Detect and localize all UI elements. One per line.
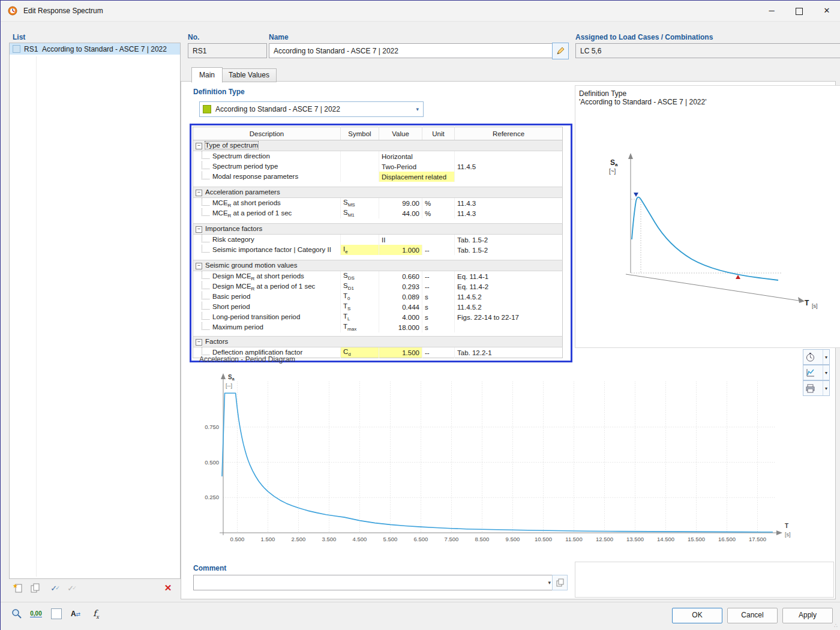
copy-icon (555, 578, 565, 587)
collapse-icon[interactable]: − (196, 226, 202, 233)
svg-text:[s]: [s] (785, 532, 791, 538)
preview-x-label: T (805, 299, 809, 307)
comment-label: Comment (193, 564, 226, 572)
minimize-button[interactable]: ─ (758, 1, 785, 20)
print-options-button[interactable]: ▾ (803, 380, 830, 396)
param-symbol-cell: SD1 (341, 281, 379, 292)
decimal-places-button[interactable]: 0,00 (28, 606, 44, 622)
param-row: Spectrum directionHorizontal (193, 151, 563, 162)
dropdown-arrow-icon[interactable]: ▾ (823, 365, 829, 380)
param-desc-cell: Modal response parameters (193, 172, 341, 182)
dropdown-arrow-icon[interactable]: ▾ (823, 381, 829, 395)
param-desc-cell: Seismic importance factor | Category II (193, 245, 341, 255)
param-value-cell[interactable]: 18.000 (379, 322, 422, 332)
param-value-cell[interactable]: 1.000 (379, 245, 422, 255)
svg-text:15.500: 15.500 (688, 536, 705, 542)
param-value-cell[interactable]: 0.293 (379, 281, 422, 292)
param-value-cell[interactable]: II (379, 235, 455, 245)
param-group-row[interactable]: −Importance factors (193, 224, 563, 235)
apply-button[interactable]: Apply (782, 608, 833, 623)
tree-connector (202, 198, 209, 206)
collapse-icon[interactable]: − (196, 339, 202, 346)
parameter-table: Description Symbol Value Unit Reference … (193, 127, 563, 358)
param-group-row[interactable]: −Type of spectrum (193, 140, 563, 151)
magnifier-icon (11, 608, 22, 619)
param-value-cell[interactable]: Displacement related (379, 172, 455, 182)
param-group-row[interactable]: −Factors (193, 337, 563, 347)
svg-text:[--]: [--] (226, 383, 232, 389)
param-unit-cell: -- (422, 281, 455, 292)
param-value-cell[interactable]: 4.000 (379, 312, 422, 322)
close-button[interactable]: ✕ (813, 1, 840, 20)
list-item[interactable]: RS1According to Standard - ASCE 7 | 2022 (10, 43, 180, 55)
preview-x-axis (626, 274, 799, 301)
details-button[interactable] (9, 606, 25, 622)
param-desc-cell: MCER at short periods (193, 198, 341, 209)
main-tab-page: Definition Type According to Standard - … (181, 81, 836, 599)
units-settings-button[interactable]: A⇄ (68, 606, 83, 622)
collapse-icon[interactable]: − (196, 263, 202, 269)
preview-y-label: Sa (610, 158, 618, 167)
param-group-row[interactable]: −Seismic ground motion values (193, 260, 563, 271)
tree-connector (202, 322, 209, 330)
param-desc-cell: Basic period (193, 292, 341, 302)
spacer-row (193, 218, 563, 224)
app-icon (8, 6, 17, 16)
param-value-cell[interactable]: 0.660 (379, 271, 422, 282)
copy-comment-button[interactable] (552, 575, 568, 590)
param-row: Long-period transition periodTL4.000sFig… (193, 312, 563, 322)
delete-entry-button[interactable]: ✕ (160, 580, 176, 596)
tree-connector (202, 271, 209, 279)
spacer-row (193, 255, 563, 260)
param-desc-cell: Risk category (193, 235, 341, 245)
blank-swatch-icon (51, 608, 62, 619)
comment-select[interactable]: ▾ (193, 575, 556, 590)
param-value-cell[interactable]: Two-Period (379, 161, 455, 172)
param-group-row[interactable]: −Acceleration parameters (193, 187, 563, 198)
param-symbol-cell (341, 172, 379, 182)
col-reference: Reference (455, 127, 563, 140)
resize-grip[interactable]: ∴ (834, 622, 838, 629)
svg-text:8.500: 8.500 (475, 536, 490, 542)
param-row: Spectrum period typeTwo-Period11.4.5 (193, 161, 563, 172)
transition-marker-icon (736, 275, 740, 279)
param-value-cell[interactable]: Horizontal (379, 151, 455, 162)
param-symbol-cell (341, 151, 379, 162)
param-reference-cell: 11.4.5 (455, 161, 563, 172)
param-value-cell[interactable]: 0.444 (379, 302, 422, 312)
tab-table-values[interactable]: Table Values (221, 68, 277, 82)
uncheck-entries-button[interactable]: ✓ ✓ (64, 580, 80, 596)
param-reference-cell (455, 322, 563, 332)
rs-list: RS1According to Standard - ASCE 7 | 2022 (9, 43, 181, 579)
check-entries-button[interactable]: ✓ ✓ (47, 580, 63, 596)
preview-x-unit: [s] (812, 303, 818, 309)
clock-options-button[interactable]: ▾ (803, 349, 830, 365)
collapse-icon[interactable]: − (196, 190, 202, 196)
collapse-icon[interactable]: − (196, 143, 202, 149)
param-value-cell[interactable]: 0.089 (379, 292, 422, 302)
param-value-cell[interactable]: 1.500 (379, 347, 422, 358)
diagram-options-button[interactable]: ▾ (803, 365, 830, 380)
param-unit-cell: % (422, 198, 455, 209)
name-input[interactable]: According to Standard - ASCE 7 | 2022 (269, 43, 558, 58)
tab-main[interactable]: Main (191, 67, 223, 83)
display-mode-button[interactable] (49, 606, 64, 622)
new-entry-button[interactable]: ★ (10, 580, 26, 596)
dropdown-arrow-icon[interactable]: ▾ (823, 350, 829, 364)
param-value-cell[interactable]: 44.00 (379, 208, 422, 218)
definition-type-select[interactable]: According to Standard - ASCE 7 | 2022 ▾ (199, 101, 424, 117)
param-value-cell[interactable]: 99.00 (379, 198, 422, 209)
ok-button[interactable]: OK (672, 608, 722, 623)
svg-text:★: ★ (13, 583, 18, 589)
tree-connector (202, 292, 209, 299)
tree-connector (202, 245, 209, 253)
maximize-button[interactable] (785, 1, 813, 20)
svg-text:0.500: 0.500 (205, 459, 219, 466)
edit-name-button[interactable] (552, 43, 569, 59)
cancel-button[interactable]: Cancel (727, 608, 778, 623)
svg-text:16.500: 16.500 (718, 536, 736, 542)
copy-entry-button[interactable] (27, 580, 43, 596)
formula-button[interactable]: fx (88, 606, 104, 622)
param-symbol-cell: Cd (341, 347, 379, 358)
param-row: Basic periodT00.089s11.4.5.2 (193, 292, 563, 302)
